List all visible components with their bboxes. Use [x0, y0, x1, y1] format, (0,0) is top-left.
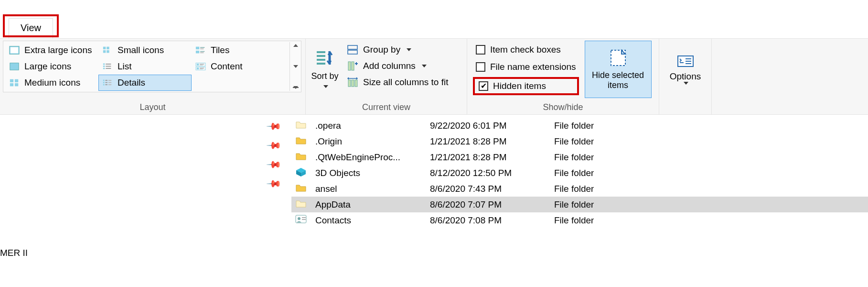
file-row[interactable]: .opera9/22/2020 6:01 PMFile folder: [291, 118, 868, 133]
file-row[interactable]: .QtWebEngineProc...1/21/2021 8:28 PMFile…: [291, 149, 868, 165]
svg-rect-11: [200, 53, 204, 53]
file-date: 1/21/2021 8:28 PM: [430, 136, 554, 147]
layout-list[interactable]: List: [98, 58, 192, 75]
file-row[interactable]: AppData8/6/2020 7:07 PMFile folder: [291, 197, 868, 212]
chevron-down-icon: [323, 85, 328, 88]
svg-rect-38: [105, 84, 107, 85]
svg-rect-1: [11, 47, 19, 54]
pin-icon[interactable]: 📌: [266, 137, 282, 154]
svg-rect-33: [108, 80, 111, 81]
layout-scroll-down[interactable]: [293, 65, 298, 68]
hide-selected-icon: [608, 48, 628, 67]
ribbon-group-show-hide: Item check boxes File name extensions Hi…: [467, 39, 659, 114]
file-type: File folder: [554, 121, 659, 131]
svg-rect-6: [196, 47, 199, 50]
add-columns-button[interactable]: Add columns: [344, 59, 451, 73]
svg-rect-50: [355, 80, 357, 87]
file-type: File folder: [554, 184, 659, 194]
file-name: .QtWebEngineProc...: [315, 152, 430, 163]
group-label-current-view: Current view: [309, 102, 464, 113]
svg-rect-31: [103, 80, 105, 81]
svg-rect-26: [200, 69, 203, 69]
svg-rect-12: [10, 63, 19, 70]
size-all-columns-button[interactable]: Size all columns to fit: [344, 75, 451, 89]
add-columns-label: Add columns: [363, 61, 416, 71]
size-all-label: Size all columns to fit: [363, 77, 448, 88]
file-type: File folder: [554, 168, 659, 178]
layout-medium-icons[interactable]: Medium icons: [5, 75, 98, 91]
tab-view[interactable]: View: [9, 18, 53, 38]
layout-details[interactable]: Details: [98, 75, 192, 91]
svg-rect-41: [317, 55, 325, 57]
file-row[interactable]: ansel8/6/2020 7:43 PMFile folder: [291, 181, 868, 197]
svg-rect-49: [352, 80, 354, 87]
group-by-label: Group by: [363, 44, 400, 55]
sort-icon: [315, 48, 335, 68]
svg-rect-40: [317, 51, 325, 53]
hide-selected-items-button[interactable]: Hide selected items: [585, 41, 652, 98]
hidden-items-label: Hidden items: [493, 81, 546, 91]
ribbon: Extra large icons Small icons Tiles Larg…: [0, 38, 868, 115]
group-by-button[interactable]: Group by: [344, 43, 451, 57]
svg-rect-15: [103, 66, 105, 67]
svg-rect-8: [200, 48, 204, 49]
layout-large-icons[interactable]: Large icons: [5, 58, 98, 75]
file-date: 8/12/2020 12:50 PM: [430, 168, 554, 178]
list-icon: [102, 62, 113, 71]
checkbox-icon: [476, 62, 485, 72]
file-row[interactable]: 3D Objects8/12/2020 12:50 PMFile folder: [291, 165, 868, 181]
layout-scroll-up[interactable]: [293, 44, 298, 47]
svg-rect-42: [317, 59, 325, 61]
group-label-options: [662, 102, 708, 113]
options-button[interactable]: Options: [662, 41, 708, 98]
svg-rect-36: [108, 82, 111, 83]
file-row[interactable]: Contacts8/6/2020 7:08 PMFile folder: [291, 212, 868, 228]
folder-icon: [295, 135, 315, 147]
folder-icon: [295, 214, 315, 226]
group-by-icon: [347, 44, 358, 55]
layout-scroll-arrows: [289, 42, 301, 91]
svg-rect-10: [200, 51, 204, 52]
layout-extra-large-icons[interactable]: Extra large icons: [5, 42, 98, 58]
item-check-boxes-toggle[interactable]: Item check boxes: [473, 43, 579, 57]
file-date: 8/6/2020 7:08 PM: [430, 215, 554, 226]
svg-rect-17: [103, 68, 105, 69]
file-name: .opera: [315, 121, 430, 131]
file-type: File folder: [554, 152, 659, 163]
ribbon-group-options: Options: [659, 39, 712, 114]
ribbon-group-layout: Extra large icons Small icons Tiles Larg…: [0, 39, 306, 114]
svg-rect-39: [108, 84, 111, 85]
svg-rect-30: [15, 83, 18, 86]
hidden-items-toggle[interactable]: Hidden items: [477, 80, 575, 92]
checkbox-checked-icon: [479, 81, 488, 91]
file-name-extensions-toggle[interactable]: File name extensions: [473, 60, 579, 74]
svg-rect-54: [686, 61, 691, 62]
sort-by-button[interactable]: Sort by: [309, 41, 341, 97]
svg-rect-28: [15, 79, 18, 82]
layout-expand-gallery[interactable]: [293, 86, 298, 89]
svg-rect-29: [10, 83, 13, 86]
layout-content[interactable]: Content: [192, 58, 289, 75]
pin-icon[interactable]: 📌: [266, 156, 282, 173]
layout-item-label: List: [118, 61, 132, 72]
svg-rect-5: [107, 50, 109, 53]
svg-rect-55: [686, 63, 691, 64]
nav-item-fragment[interactable]: MER II: [0, 248, 28, 258]
file-row[interactable]: .Origin1/21/2021 8:28 PMFile folder: [291, 133, 868, 149]
group-label-layout: Layout: [3, 102, 302, 113]
layout-tiles[interactable]: Tiles: [192, 42, 289, 58]
svg-rect-20: [197, 64, 199, 66]
layout-item-label: Extra large icons: [24, 45, 92, 55]
pin-icon[interactable]: 📌: [266, 118, 282, 135]
pin-icon[interactable]: 📌: [266, 176, 282, 192]
content-area: 📌 📌 📌 📌 MER II .opera9/22/2020 6:01 PMFi…: [0, 115, 868, 287]
file-name: .Origin: [315, 136, 430, 147]
folder-icon: [295, 183, 315, 195]
hide-selected-label: Hide selected items: [585, 70, 651, 90]
layout-small-icons[interactable]: Small icons: [98, 42, 192, 58]
file-date: 9/22/2020 6:01 PM: [430, 121, 554, 131]
content-icon: [195, 62, 206, 71]
svg-rect-53: [686, 58, 691, 59]
medium-icons-icon: [9, 78, 20, 88]
svg-rect-3: [107, 47, 109, 50]
